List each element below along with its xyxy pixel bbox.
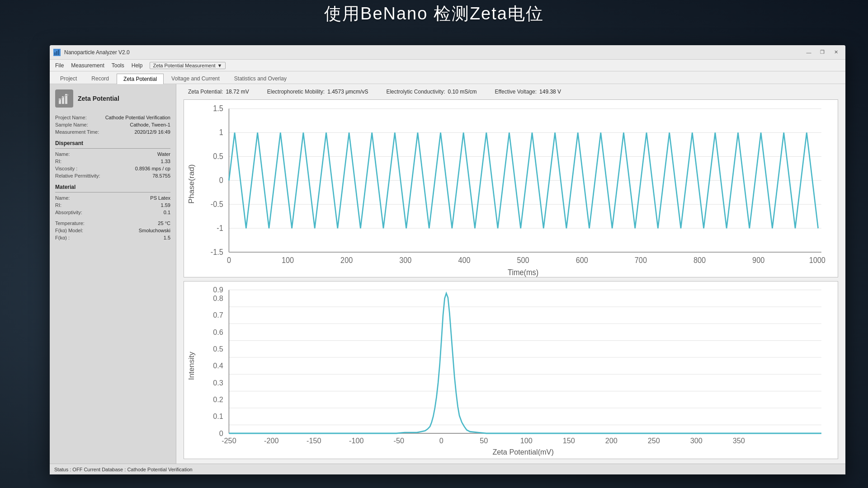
tab-bar: Project Record Zeta Potential Voltage an…	[50, 71, 845, 84]
tab-statistics[interactable]: Statistics and Overlay	[227, 73, 293, 84]
app-icon	[53, 49, 61, 56]
dispersant-permittivity-row: Relative Permittivity: 78.5755	[55, 173, 170, 178]
conductivity-item: Electrolytic Conductivity: 0.10 mS/cm	[386, 89, 476, 95]
status-bar: Status : OFF Current Database : Cathode …	[50, 464, 845, 474]
svg-text:0.7: 0.7	[213, 311, 223, 319]
menu-bar: File Measurement Tools Help Zeta Potenti…	[50, 60, 845, 71]
dispersant-name-row: Name: Water	[55, 151, 170, 157]
effective-voltage-item: Effective Voltage: 149.38 V	[495, 89, 561, 95]
measurement-badge[interactable]: Zeta Potential Measurement ▼	[150, 62, 225, 69]
svg-text:200: 200	[340, 256, 353, 265]
svg-text:0.5: 0.5	[213, 345, 223, 353]
material-absorptivity-label: Absorptivity:	[55, 210, 82, 215]
svg-text:-50: -50	[394, 436, 404, 445]
svg-text:0: 0	[219, 176, 223, 185]
window-title-bar: Nanoparticle Analyzer V2.0 — ❐ ✕	[50, 45, 845, 60]
svg-text:900: 900	[752, 256, 764, 265]
conductivity-value: 0.10 mS/cm	[448, 89, 476, 95]
svg-text:0.2: 0.2	[213, 395, 223, 404]
svg-text:800: 800	[693, 256, 706, 265]
zeta-potential-label: Zeta Potential:	[188, 89, 223, 95]
electrophoretic-label: Electrophoretic Mobility:	[267, 89, 325, 95]
material-ri-value: 1.59	[161, 202, 170, 208]
svg-text:50: 50	[480, 436, 488, 445]
main-content: Zeta Potential Project Name: Cathode Pot…	[50, 84, 845, 464]
svg-text:600: 600	[576, 256, 588, 265]
svg-rect-1	[56, 51, 57, 55]
project-name-row: Project Name: Cathode Potential Verifica…	[55, 115, 170, 120]
svg-rect-0	[54, 52, 56, 55]
dispersant-permittivity-label: Relative Permittivity:	[55, 173, 100, 178]
tab-record[interactable]: Record	[85, 73, 116, 84]
electrophoretic-value: 1.4573 μmcm/vS	[327, 89, 368, 95]
badge-text: Zeta Potential Measurement	[153, 63, 215, 68]
fka-model-label: F(kα) Model:	[55, 228, 83, 233]
svg-text:250: 250	[648, 436, 660, 445]
material-info: Name: PS Latex RI: 1.59 Absorptivity: 0.…	[55, 195, 170, 215]
svg-text:-200: -200	[264, 436, 279, 445]
measurement-time-row: Measurement Time: 2020/12/9 16:49	[55, 129, 170, 135]
svg-text:0.5: 0.5	[213, 152, 223, 161]
badge-arrow: ▼	[217, 63, 222, 68]
zeta-potential-item: Zeta Potential: 18.72 mV	[188, 89, 249, 95]
tab-voltage-current[interactable]: Voltage and Current	[165, 73, 226, 84]
svg-text:Zeta Potential(mV): Zeta Potential(mV)	[492, 447, 553, 456]
dispersant-permittivity-value: 78.5755	[152, 173, 170, 178]
dispersant-section-title: Dispersant	[55, 140, 170, 149]
svg-text:1: 1	[219, 128, 223, 137]
restore-button[interactable]: ❐	[816, 48, 828, 57]
project-name-value: Cathode Potential Verification	[105, 115, 170, 120]
menu-measurement[interactable]: Measurement	[67, 60, 108, 71]
charts-container: 1.5 1 0.5 0 -0.5 -1 -1.5 0 100 200 300 4…	[184, 99, 838, 459]
measurement-time-value: 2020/12/9 16:49	[134, 129, 170, 135]
dispersant-viscosity-row: Viscosity : 0.8936 mps / cp	[55, 166, 170, 171]
title-left: Nanoparticle Analyzer V2.0	[53, 49, 130, 56]
svg-text:300: 300	[690, 436, 703, 445]
zeta-potential-chart: 0 0.1 0.2 0.3 0.4 0.5 0.6 0.7 0.8 0.9 -2…	[184, 281, 838, 459]
sample-name-label: Sample Name:	[55, 122, 88, 127]
material-name-value: PS Latex	[150, 195, 170, 201]
svg-text:Phase(rad): Phase(rad)	[187, 164, 195, 204]
material-section-title: Material	[55, 184, 170, 192]
dispersant-ri-value: 1.33	[161, 159, 170, 164]
panel-title: Zeta Potential	[78, 95, 119, 102]
chinese-title: 使用BeNano 检测Zeta电位	[324, 2, 544, 25]
menu-tools[interactable]: Tools	[108, 60, 128, 71]
svg-text:350: 350	[733, 436, 745, 445]
tab-project[interactable]: Project	[53, 73, 84, 84]
dispersant-name-label: Name:	[55, 151, 70, 157]
menu-help[interactable]: Help	[128, 60, 146, 71]
minimize-button[interactable]: —	[803, 48, 815, 57]
effective-voltage-value: 149.38 V	[539, 89, 561, 95]
sample-name-row: Sample Name: Cathode, Tween-1	[55, 122, 170, 127]
material-absorptivity-value: 0.1	[164, 210, 170, 215]
close-button[interactable]: ✕	[830, 48, 842, 57]
fka-label: F(kα) :	[55, 235, 70, 240]
svg-text:0.3: 0.3	[213, 378, 223, 387]
svg-text:-100: -100	[349, 436, 364, 445]
svg-text:-150: -150	[307, 436, 321, 445]
menu-file[interactable]: File	[52, 60, 67, 71]
left-panel: Zeta Potential Project Name: Cathode Pot…	[50, 84, 176, 464]
svg-text:0.9: 0.9	[213, 286, 223, 294]
svg-text:-1: -1	[217, 224, 223, 233]
dispersant-name-value: Water	[157, 151, 170, 157]
svg-text:1000: 1000	[809, 256, 826, 265]
fka-value: 1.5	[164, 235, 170, 240]
tab-zeta-potential[interactable]: Zeta Potential	[117, 74, 164, 84]
right-panel: Zeta Potential: 18.72 mV Electrophoretic…	[176, 84, 845, 464]
svg-text:400: 400	[458, 256, 470, 265]
chinese-title-bar: 使用BeNano 检测Zeta电位	[0, 0, 868, 27]
measurement-time-label: Measurement Time:	[55, 129, 99, 135]
window-controls: — ❐ ✕	[803, 48, 842, 57]
material-name-label: Name:	[55, 195, 70, 201]
temperature-label: Temperature:	[55, 221, 85, 226]
zeta-potential-value: 18.72 mV	[226, 89, 249, 95]
extra-info: Temperature: 25 °C F(kα) Model: Smolucho…	[55, 221, 170, 240]
fka-model-row: F(kα) Model: Smoluchowski	[55, 228, 170, 233]
svg-text:200: 200	[605, 436, 618, 445]
effective-voltage-label: Effective Voltage:	[495, 89, 537, 95]
measurements-row: Zeta Potential: 18.72 mV Electrophoretic…	[184, 89, 838, 95]
svg-text:0: 0	[439, 436, 443, 445]
status-text: Status : OFF Current Database : Cathode …	[54, 467, 193, 472]
